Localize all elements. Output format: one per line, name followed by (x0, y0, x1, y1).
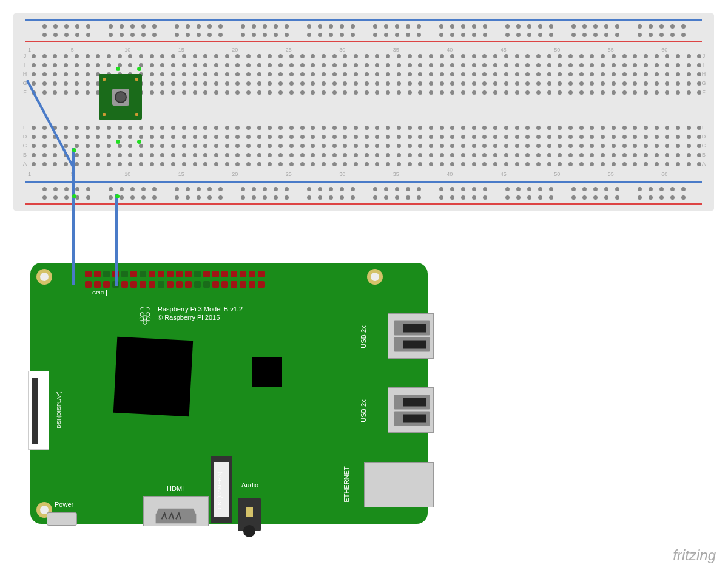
connect-J11-btn (137, 67, 141, 71)
rail-bottom-red (25, 203, 702, 205)
connect-E5 (72, 148, 76, 152)
button-pin-3 (103, 113, 106, 116)
power-label: Power (55, 501, 73, 508)
ram-chip (252, 357, 282, 387)
svg-point-2 (146, 313, 150, 317)
display-connector (28, 371, 49, 450)
rail-top-blue (25, 19, 702, 21)
wire-pi-to-rail-1 (72, 194, 75, 285)
button-pin-4 (135, 113, 138, 116)
usb-port-bottom (388, 387, 434, 433)
ethernet-label: ETHERNET (343, 445, 349, 524)
soc-chip (113, 337, 193, 416)
ethernet-port (364, 462, 434, 507)
mounting-hole-tl (36, 269, 52, 285)
gpio-row-top (85, 271, 365, 277)
fritzing-watermark: fritzing (673, 547, 716, 564)
connect-E11-btn (137, 140, 141, 144)
gpio-label: GPIO (90, 290, 107, 296)
gpio-header (85, 271, 365, 288)
power-micro-usb (47, 512, 77, 526)
gpio-row-bottom (85, 281, 365, 288)
svg-point-5 (143, 320, 147, 325)
copyright-label: © Raspberry Pi 2015 (158, 314, 220, 321)
usb-port-top (388, 313, 434, 359)
rail-bottom-blue (25, 181, 702, 183)
rail-top-red (25, 41, 702, 42)
svg-point-1 (140, 313, 144, 317)
wire-rail-to-E5 (72, 148, 75, 195)
push-button-module (99, 74, 142, 120)
usb-label-1: USB 2x (360, 297, 366, 376)
usb-label-2: USB 2x (360, 371, 366, 450)
connect-E9-btn (116, 140, 120, 144)
board-name-label: Raspberry Pi 3 Model B v1.2 (158, 305, 243, 313)
mounting-hole-tr (367, 269, 383, 285)
button-pin-2 (135, 78, 138, 81)
connect-gnd-rail-9 (115, 194, 120, 198)
raspberry-pi-board: GPIO Raspberry Pi 3 Model B v1.2 © Raspb… (30, 263, 428, 524)
display-label: DSI (DISPLAY) (56, 370, 62, 449)
wire-pi-to-rail-2 (115, 194, 118, 286)
hdmi-port (143, 496, 209, 526)
camera-label: CSI (CAMERA) (217, 451, 223, 530)
audio-label: Audio (241, 481, 258, 489)
audio-jack (238, 498, 261, 531)
connect-J9-btn (116, 67, 120, 71)
connect-gnd-rail-5 (72, 194, 76, 198)
button-actuator (112, 89, 129, 106)
button-pin-1 (103, 78, 106, 81)
hdmi-label: HDMI (167, 485, 184, 492)
raspberry-pi-logo (136, 305, 153, 325)
